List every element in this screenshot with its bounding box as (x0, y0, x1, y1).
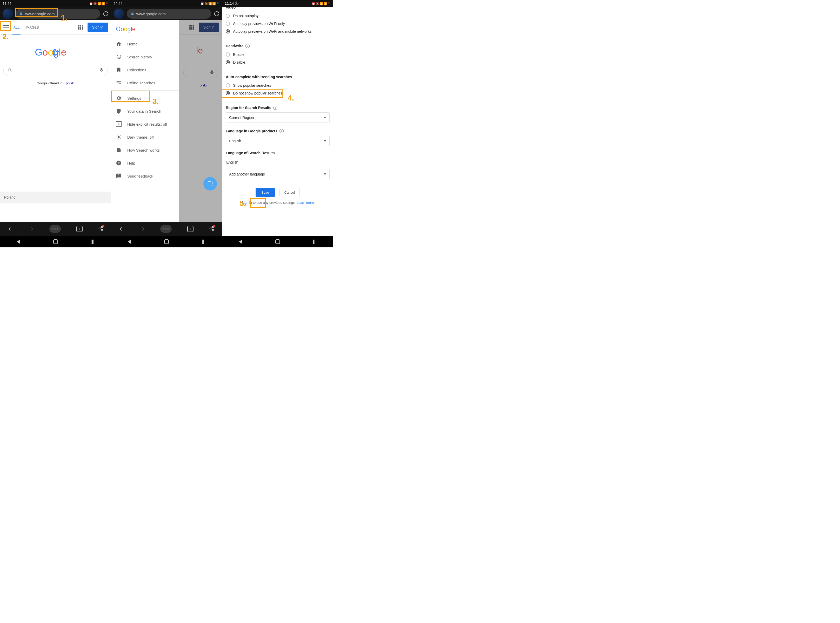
panel-1: 11:11 ⏰ 🔕 📶 📶 📱 www.google.com ALL IMAGE… (0, 0, 111, 247)
history-icon (116, 54, 122, 60)
status-icons: ⏰ 🔕 📶 📶 📱 (200, 2, 220, 5)
sys-back[interactable] (15, 239, 21, 244)
drawer-item-howworks[interactable]: How Search works (111, 144, 179, 157)
tab-count[interactable]: 3 (76, 226, 83, 232)
offline-icon (116, 80, 122, 86)
radio-video-1[interactable]: Do not autoplay (226, 12, 329, 20)
share-icon[interactable] (209, 226, 214, 232)
url-bar[interactable]: www.google.com (127, 9, 211, 19)
save-button[interactable]: Save (255, 188, 275, 197)
drawer-item-settings[interactable]: Settings (111, 92, 179, 104)
toolbar-row-1: ALL IMAGES Sign in (0, 20, 111, 35)
browser-nav-bar-1: 3 (0, 222, 111, 236)
status-icons: ⏰ 🔕 📶 📶 📱 (89, 2, 108, 5)
drawer-item-home[interactable]: Home (111, 37, 179, 51)
radio-video-3[interactable]: Autoplay previews on Wi-Fi and mobile ne… (226, 28, 329, 35)
mic-icon[interactable] (99, 67, 104, 74)
svg-point-6 (118, 136, 120, 138)
section-langresults: Language of Search Results (226, 151, 329, 155)
section-region: Region for Search Results? (226, 106, 329, 110)
section-langprod: Language in Google products? (226, 129, 329, 133)
svg-rect-9 (208, 182, 212, 186)
footer-location: Poland (0, 192, 111, 203)
sign-in-button[interactable]: Sign in (88, 23, 108, 32)
hamburger-menu[interactable] (2, 23, 11, 32)
chevron-down-icon (324, 117, 326, 118)
help-icon[interactable]: ? (245, 44, 249, 48)
section-video: Video (226, 7, 329, 9)
select-langprod[interactable]: English (226, 136, 329, 146)
google-logo-drawer: Google (116, 25, 142, 34)
radio-handwrite-enable[interactable]: Enable (226, 51, 329, 58)
sys-back[interactable] (127, 239, 132, 244)
home-icon (116, 41, 122, 47)
drawer-item-explicit[interactable]: EHide explicit results: off (111, 118, 179, 130)
status-bar-2: 11:11 ⏰ 🔕 📶 📶 📱 (111, 0, 222, 7)
select-addlang[interactable]: Add another language (226, 169, 329, 180)
google-home-2: Sign in le olski Google Home Search hist… (111, 20, 222, 222)
system-nav-2 (111, 236, 222, 247)
svg-point-12 (212, 229, 214, 230)
panel-2: 11:11 ⏰ 🔕 📶 📶 📱 www.google.com Sign in l… (111, 0, 222, 247)
search-input[interactable] (12, 68, 99, 73)
help-icon[interactable]: ? (273, 106, 277, 110)
sys-recents[interactable] (201, 239, 206, 244)
drawer: Google Home Search history Collections O… (111, 20, 179, 222)
url-bar[interactable]: www.google.com (15, 9, 100, 19)
browser-profile-icon[interactable] (114, 9, 124, 19)
apps-grid-icon[interactable] (78, 25, 83, 30)
radio-video-2[interactable]: Autoplay previews on Wi-Fi only (226, 20, 329, 28)
tab-images[interactable]: IMAGES (23, 20, 42, 35)
drawer-item-yourdata[interactable]: Your data in Search (111, 104, 179, 118)
browser-profile-icon[interactable] (3, 9, 13, 19)
drawer-item-help[interactable]: ?Help (111, 157, 179, 169)
drawer-item-feedback[interactable]: Send feedback (111, 169, 179, 183)
nav-more-icon[interactable] (160, 225, 172, 233)
sys-home[interactable] (275, 239, 280, 244)
tab-count[interactable]: 3 (187, 226, 194, 232)
sys-home[interactable] (164, 239, 169, 244)
panel-3: 11:14 ⓘ ⏰ 🔕 📶 📶 📱 Video Do not autoplay … (222, 0, 333, 247)
svg-text:Google: Google (35, 47, 66, 58)
fab-screenshot[interactable] (203, 177, 217, 190)
status-bar-1: 11:11 ⏰ 🔕 📶 📶 📱 (0, 0, 111, 7)
status-time: 11:11 (114, 2, 123, 6)
drawer-item-history[interactable]: Search history (111, 51, 179, 63)
offered-lang-link[interactable]: polski (66, 81, 75, 85)
feedback-icon (116, 173, 122, 179)
signin-link[interactable]: Sign in (242, 201, 252, 204)
signin-hint: Sign in to use any previous settings. Le… (226, 201, 329, 204)
nav-back-icon[interactable] (8, 226, 13, 232)
share-icon[interactable] (98, 226, 103, 232)
cancel-button[interactable]: Cancel (280, 188, 300, 197)
drawer-item-offline[interactable]: Offline searches (111, 76, 179, 89)
bookmark-icon (116, 67, 122, 73)
refresh-icon[interactable] (103, 11, 109, 17)
sys-recents[interactable] (89, 239, 95, 244)
search-box[interactable] (3, 64, 108, 76)
nav-back-icon[interactable] (119, 226, 124, 232)
help-icon[interactable]: ? (280, 129, 284, 133)
learn-more-link[interactable]: Learn more (297, 201, 314, 204)
sys-home[interactable] (53, 239, 58, 244)
url-text: www.google.com (136, 12, 166, 16)
nav-more-icon[interactable] (49, 225, 61, 233)
sys-back[interactable] (238, 239, 244, 244)
select-region[interactable]: Current Region (226, 112, 329, 123)
radio-handwrite-disable[interactable]: Disable (226, 58, 329, 66)
sun-icon (116, 134, 122, 140)
chevron-down-icon (324, 173, 326, 175)
sys-recents[interactable] (312, 239, 318, 244)
browser-bar-2: www.google.com (111, 7, 222, 20)
browser-bar-1: www.google.com (0, 7, 111, 20)
system-nav-1 (0, 236, 111, 247)
refresh-icon[interactable] (214, 11, 220, 17)
radio-ac-noshow[interactable]: Do not show popular searches (226, 89, 329, 97)
drawer-item-collections[interactable]: Collections (111, 63, 179, 76)
tab-all[interactable]: ALL (11, 20, 23, 35)
explicit-icon: E (116, 121, 122, 127)
drawer-item-darktheme[interactable]: Dark theme: off (111, 130, 179, 144)
status-bar-3: 11:14 ⓘ ⏰ 🔕 📶 📶 📱 (222, 0, 333, 7)
settings-page[interactable]: Video Do not autoplay Autoplay previews … (222, 7, 333, 236)
radio-ac-show[interactable]: Show popular searches (226, 81, 329, 89)
